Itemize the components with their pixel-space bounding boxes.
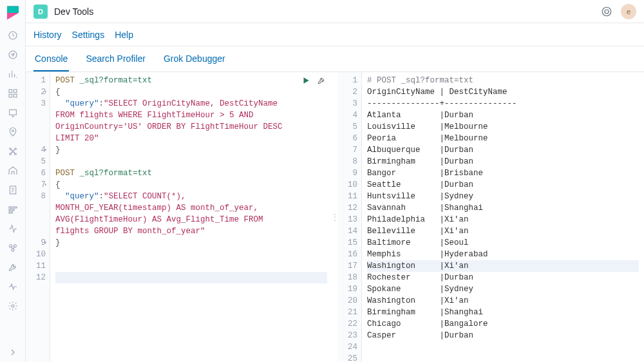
- svg-point-21: [602, 7, 611, 16]
- wrench-icon[interactable]: [317, 76, 326, 90]
- topbar: D Dev Tools e: [26, 0, 644, 23]
- svg-rect-4: [9, 94, 12, 97]
- uptime-icon[interactable]: [0, 219, 26, 238]
- management-icon[interactable]: [0, 296, 26, 316]
- recently-viewed-icon[interactable]: [0, 26, 26, 45]
- svg-point-11: [14, 153, 16, 155]
- response-output[interactable]: 1234567891011121314151617181920212223242…: [337, 72, 644, 362]
- tab-console[interactable]: Console: [33, 47, 69, 71]
- request-editor[interactable]: 12▾34▾567▾89▾101112 POST _sql?format=txt…: [26, 72, 332, 362]
- tab-grok-debugger[interactable]: Grok Debugger: [162, 47, 227, 71]
- svg-rect-2: [9, 90, 12, 93]
- history-link[interactable]: History: [33, 30, 62, 40]
- tabs: Console Search Profiler Grok Debugger: [26, 46, 644, 72]
- svg-point-22: [605, 10, 609, 14]
- left-nav: [0, 0, 26, 362]
- svg-rect-15: [9, 209, 14, 211]
- main-content: D Dev Tools e History Settings Help Cons…: [26, 0, 644, 362]
- infrastructure-icon[interactable]: [0, 161, 26, 180]
- logs-icon[interactable]: [0, 180, 26, 200]
- canvas-icon[interactable]: [0, 103, 26, 122]
- svg-point-10: [9, 153, 11, 155]
- svg-point-9: [14, 148, 16, 150]
- tab-search-profiler[interactable]: Search Profiler: [84, 47, 147, 71]
- svg-point-8: [9, 148, 11, 150]
- editor-actions: [301, 76, 326, 90]
- svg-point-1: [9, 51, 17, 59]
- editor-code[interactable]: POST _sql?format=txt{ "query":"SELECT Or…: [50, 72, 332, 362]
- collapse-icon[interactable]: [0, 343, 26, 362]
- help-icon[interactable]: [598, 3, 616, 21]
- visualize-icon[interactable]: [0, 64, 26, 84]
- editor-gutter: 12▾34▾567▾89▾101112: [26, 72, 50, 362]
- svg-point-20: [12, 305, 14, 307]
- help-link[interactable]: Help: [115, 30, 133, 40]
- dashboard-icon[interactable]: [0, 84, 26, 103]
- run-icon[interactable]: [301, 76, 310, 90]
- apm-icon[interactable]: [0, 200, 26, 219]
- pane-splitter[interactable]: ⋮: [332, 72, 337, 362]
- svg-rect-6: [9, 110, 16, 115]
- devtools-icon[interactable]: [0, 258, 26, 277]
- settings-link[interactable]: Settings: [72, 30, 105, 40]
- menubar: History Settings Help: [26, 23, 644, 46]
- panes: 12▾34▾567▾89▾101112 POST _sql?format=txt…: [26, 72, 644, 362]
- discover-icon[interactable]: [0, 45, 26, 64]
- svg-point-19: [12, 249, 14, 251]
- app-title: Dev Tools: [54, 6, 93, 17]
- svg-rect-5: [14, 94, 17, 97]
- svg-rect-14: [9, 207, 17, 208]
- output-gutter: 1234567891011121314151617181920212223242…: [337, 72, 362, 362]
- svg-rect-3: [14, 90, 17, 93]
- svg-point-7: [12, 130, 14, 132]
- maps-icon[interactable]: [0, 122, 26, 142]
- user-avatar[interactable]: e: [621, 4, 636, 19]
- siem-icon[interactable]: [0, 238, 26, 258]
- svg-point-12: [12, 151, 14, 153]
- monitoring-icon[interactable]: [0, 277, 26, 296]
- ml-icon[interactable]: [0, 142, 26, 161]
- svg-rect-16: [9, 212, 12, 213]
- kibana-logo[interactable]: [5, 5, 21, 21]
- output-code: # POST _sql?format=txtOriginCityName | D…: [362, 72, 644, 362]
- app-badge: D: [33, 5, 48, 19]
